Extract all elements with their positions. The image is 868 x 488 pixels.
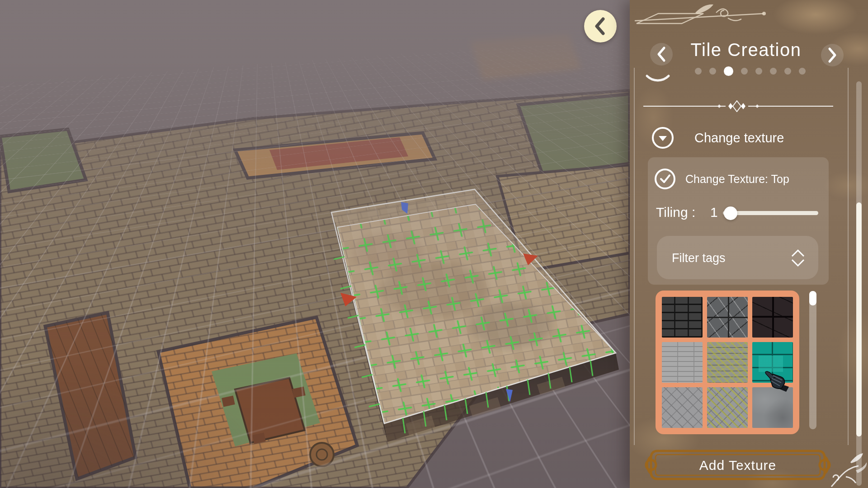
back-button[interactable]: [584, 10, 617, 42]
texture-swatch[interactable]: [752, 387, 793, 428]
pagination-dot-active[interactable]: [724, 66, 733, 76]
texture-swatch[interactable]: [752, 297, 793, 338]
pagination-dots: [695, 66, 806, 76]
pagination-dot[interactable]: [784, 68, 791, 75]
collapse-triangle-icon: [651, 126, 675, 150]
pagination-dot[interactable]: [799, 68, 806, 75]
panel-border-line: [848, 68, 849, 445]
app: Tile Creation: [0, 0, 868, 488]
ornament-top: [632, 3, 768, 29]
texture-mode-toggle[interactable]: [654, 168, 676, 190]
texture-swatch[interactable]: [662, 297, 703, 338]
texture-mode-label: Change Texture: Top: [685, 173, 789, 186]
change-texture-label: Change texture: [694, 131, 784, 145]
texture-swatch[interactable]: [707, 387, 748, 428]
texture-swatch[interactable]: [662, 342, 703, 383]
tiling-slider-handle[interactable]: [724, 206, 737, 220]
texture-swatch-hovered[interactable]: [752, 342, 793, 383]
texture-tray: [656, 291, 799, 434]
next-page-button[interactable]: [821, 44, 844, 66]
tile-creation-panel: Tile Creation: [630, 0, 868, 488]
flourish-bottom-right: [828, 449, 868, 488]
pagination-dot[interactable]: [695, 68, 702, 75]
pagination-dot[interactable]: [755, 68, 762, 75]
tiling-label: Tiling :: [656, 205, 695, 220]
tiling-value: 1: [710, 205, 718, 220]
chevron-left-icon: [591, 15, 609, 37]
texture-swatch[interactable]: [662, 387, 703, 428]
add-texture-button[interactable]: [644, 447, 832, 483]
tile-slab[interactable]: [0, 0, 630, 488]
pagination-dot[interactable]: [741, 68, 748, 75]
filter-tags-label: Filter tags: [672, 251, 726, 265]
sort-diamond-icon: [786, 248, 810, 269]
map-viewport[interactable]: [0, 0, 630, 488]
collapse-section-button[interactable]: [651, 126, 675, 150]
check-icon: [654, 168, 676, 190]
texture-swatch[interactable]: [707, 342, 748, 383]
pagination-dot[interactable]: [770, 68, 777, 75]
pagination-dot[interactable]: [709, 68, 716, 75]
panel-border-line: [634, 68, 635, 445]
tray-scrollbar-thumb[interactable]: [809, 291, 816, 305]
panel-scrollbar-thumb[interactable]: [856, 202, 862, 436]
tray-scrollbar-track[interactable]: [809, 291, 816, 429]
scrolled-item-arc: [645, 74, 670, 88]
section-divider: [643, 100, 833, 112]
chevron-right-icon: [826, 47, 838, 64]
texture-swatch[interactable]: [707, 297, 748, 338]
